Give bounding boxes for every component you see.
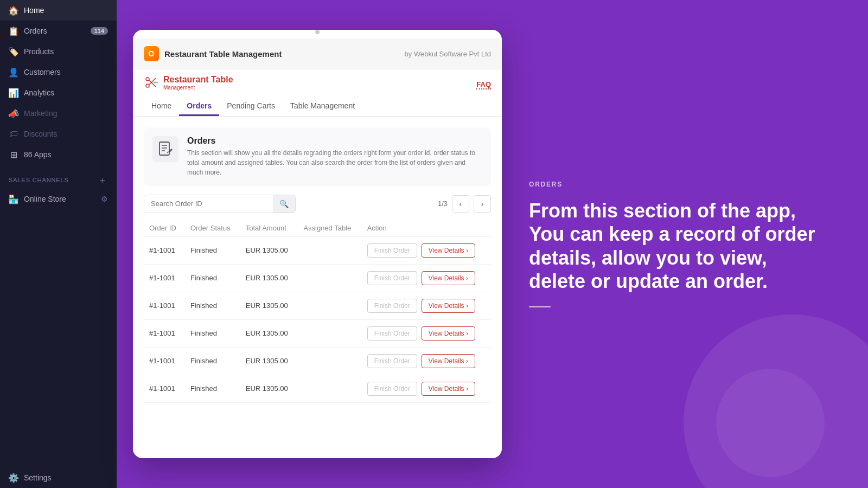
cell-order-status: Finished [185, 375, 240, 402]
orders-section-header: Orders This section will show you all th… [144, 127, 491, 186]
marketing-icon: 📣 [9, 108, 18, 118]
cell-action: Finish Order View Details › [362, 347, 491, 375]
sidebar-item-apps[interactable]: ⊞ 86 Apps [0, 144, 117, 165]
sidebar-item-marketing[interactable]: 📣 Marketing [0, 103, 117, 124]
view-details-button[interactable]: View Details › [422, 382, 475, 396]
rtm-brand-name: Restaurant Table [163, 75, 233, 85]
table-row: #1-1001 Finished EUR 1305.00 Finish Orde… [144, 292, 491, 319]
store-settings-icon[interactable]: ⚙ [101, 195, 108, 203]
app-header: O Restaurant Table Management by Webkul … [133, 38, 502, 69]
cell-order-status: Finished [185, 292, 240, 319]
view-details-button[interactable]: View Details › [422, 299, 475, 313]
analytics-icon: 📊 [9, 88, 18, 98]
finish-order-button[interactable]: Finish Order [367, 354, 417, 368]
rtm-brand-sub: Management [163, 85, 233, 91]
sales-channels-section: SALES CHANNELS ＋ [0, 165, 117, 189]
cell-action: Finish Order View Details › [362, 236, 491, 264]
faq-link[interactable]: FAQ [476, 80, 491, 89]
cell-order-status: Finished [185, 319, 240, 347]
sidebar-item-label: Customers [24, 68, 61, 76]
next-page-button[interactable]: › [474, 195, 491, 213]
view-details-button[interactable]: View Details › [422, 271, 475, 285]
search-box: 🔍 [144, 195, 296, 213]
cell-order-id: #1-1001 [144, 375, 185, 402]
app-byline: by Webkul Software Pvt Ltd [405, 50, 491, 58]
cell-assigned-table [298, 319, 361, 347]
settings-icon: ⚙️ [9, 473, 18, 483]
cell-total-amount: EUR 1305.00 [240, 347, 298, 375]
sidebar-item-label: Online Store [24, 195, 66, 203]
cell-action: Finish Order View Details › [362, 319, 491, 347]
apps-icon: ⊞ [9, 150, 18, 159]
tab-pending-carts[interactable]: Pending Carts [219, 97, 283, 116]
rtm-tabs: Home Orders Pending Carts Table Manageme… [144, 97, 491, 116]
deco-circle [684, 314, 868, 488]
cell-order-id: #1-1001 [144, 264, 185, 292]
cell-order-status: Finished [185, 236, 240, 264]
discounts-icon: 🏷 [9, 129, 18, 139]
finish-order-button[interactable]: Finish Order [367, 299, 417, 313]
sidebar-item-orders[interactable]: 📋 Orders 114 [0, 21, 117, 41]
tab-table-management[interactable]: Table Management [283, 97, 362, 116]
sidebar-item-products[interactable]: 🏷️ Products [0, 41, 117, 62]
table-row: #1-1001 Finished EUR 1305.00 Finish Orde… [144, 347, 491, 375]
sidebar-item-settings[interactable]: ⚙️ Settings [0, 467, 117, 488]
pagination: 1/3 ‹ › [438, 195, 491, 213]
cell-order-id: #1-1001 [144, 292, 185, 319]
col-order-status: Order Status [185, 220, 240, 237]
view-details-button[interactable]: View Details › [422, 326, 475, 341]
sidebar-item-customers[interactable]: 👤 Customers [0, 62, 117, 82]
right-label: ORDERS [529, 181, 825, 188]
rtm-nav: Restaurant Table Management FAQ Home Ord… [133, 69, 502, 117]
table-row: #1-1001 Finished EUR 1305.00 Finish Orde… [144, 236, 491, 264]
view-details-button[interactable]: View Details › [422, 243, 475, 258]
rtm-brand-name-block: Restaurant Table Management [163, 75, 233, 91]
cell-total-amount: EUR 1305.00 [240, 264, 298, 292]
app-header-title: Restaurant Table Management [164, 49, 282, 59]
table-row: #1-1001 Finished EUR 1305.00 Finish Orde… [144, 319, 491, 347]
col-action: Action [362, 220, 491, 237]
search-input[interactable] [144, 195, 273, 212]
sidebar-item-analytics[interactable]: 📊 Analytics [0, 82, 117, 103]
cell-assigned-table [298, 375, 361, 402]
home-icon: 🏠 [9, 5, 18, 15]
tab-home[interactable]: Home [144, 97, 179, 116]
view-details-button[interactable]: View Details › [422, 354, 475, 368]
rtm-brand-row: Restaurant Table Management FAQ [144, 75, 491, 95]
tab-orders[interactable]: Orders [179, 97, 219, 116]
cell-action: Finish Order View Details › [362, 375, 491, 402]
orders-badge: 114 [91, 27, 108, 35]
orders-section-icon [152, 136, 178, 162]
page-info: 1/3 [438, 200, 448, 208]
search-button[interactable]: 🔍 [273, 195, 295, 213]
add-channel-button[interactable]: ＋ [98, 174, 108, 187]
finish-order-button[interactable]: Finish Order [367, 382, 417, 396]
prev-page-button[interactable]: ‹ [452, 195, 469, 213]
cell-action: Finish Order View Details › [362, 264, 491, 292]
finish-order-button[interactable]: Finish Order [367, 326, 417, 341]
right-panel: ORDERS From this section of the app, You… [502, 148, 852, 340]
cell-order-id: #1-1001 [144, 347, 185, 375]
search-row: 🔍 1/3 ‹ › [144, 195, 491, 213]
customers-icon: 👤 [9, 67, 18, 77]
sidebar-item-online-store[interactable]: 🏪 Online Store ⚙ [0, 189, 117, 209]
sidebar-item-discounts[interactable]: 🏷 Discounts [0, 124, 117, 144]
right-heading: From this section of the app, You can ke… [529, 199, 825, 293]
sidebar-item-label: Products [24, 47, 54, 56]
col-order-id: Order ID [144, 220, 185, 237]
cell-order-status: Finished [185, 264, 240, 292]
app-content: Orders This section will show you all th… [133, 117, 502, 458]
cell-order-status: Finished [185, 347, 240, 375]
sidebar-item-label: Home [24, 6, 44, 15]
deco-circle2 [716, 369, 825, 477]
cell-order-id: #1-1001 [144, 319, 185, 347]
cell-assigned-table [298, 264, 361, 292]
finish-order-button[interactable]: Finish Order [367, 271, 417, 285]
orders-desc: This section will show you all the detai… [187, 148, 482, 177]
cell-assigned-table [298, 292, 361, 319]
products-icon: 🏷️ [9, 47, 18, 56]
sidebar-item-home[interactable]: 🏠 Home [0, 0, 117, 21]
orders-section-text: Orders This section will show you all th… [187, 136, 482, 177]
finish-order-button[interactable]: Finish Order [367, 243, 417, 258]
sidebar: 🏠 Home 📋 Orders 114 🏷️ Products 👤 Custom… [0, 0, 117, 488]
